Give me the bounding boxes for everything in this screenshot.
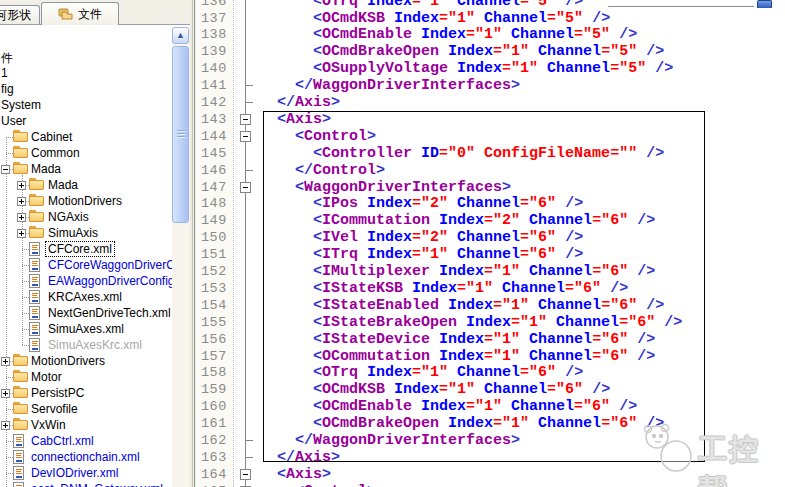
collapse-icon[interactable] — [1, 165, 10, 174]
code-line-155[interactable]: 155<IStateBrakeOpen Index="1" Channel="6… — [196, 314, 785, 331]
tree-item-ecat-dnm-gateway-xml[interactable]: ecat_DNM_Gateway.xml — [0, 481, 172, 487]
code-line-152[interactable]: 152<IMultiplexer Index="1" Channel="6" /… — [196, 263, 785, 280]
fold-line — [245, 212, 246, 229]
tree-item-krcaxes-xml[interactable]: KRCAxes.xml — [0, 289, 172, 305]
expand-icon[interactable] — [17, 213, 26, 222]
fold-collapse-button[interactable] — [240, 114, 251, 125]
fold-line — [245, 60, 246, 77]
tab-geometry[interactable]: 何形状 — [0, 5, 40, 25]
tree-connector-stub — [6, 377, 13, 378]
tree-item-cabinet[interactable]: Cabinet — [0, 129, 172, 145]
tree-item-label: DevIODriver.xml — [31, 466, 118, 480]
fold-collapse-button[interactable] — [240, 182, 251, 193]
code-line-149[interactable]: 149<ICommutation Index="2" Channel="6" /… — [196, 212, 785, 229]
tree-item-deviodriver-xml[interactable]: DevIODriver.xml — [0, 465, 172, 481]
code-line-144[interactable]: 144<Control> — [196, 128, 785, 145]
tree-item-connectionchain-xml[interactable]: connectionchain.xml — [0, 449, 172, 465]
code-line-164[interactable]: 164<Axis> — [196, 466, 785, 483]
code-line-162[interactable]: 162</WaggonDriverInterfaces> — [196, 432, 785, 449]
tree-item-motiondrivers[interactable]: MotionDrivers — [0, 193, 172, 209]
expand-icon[interactable] — [1, 357, 10, 366]
tree-item-eawaggondriverconfig-[interactable]: EAWaggonDriverConfig. — [0, 273, 172, 289]
code-line-161[interactable]: 161<OCmdBrakeOpen Index="1" Channel="6" … — [196, 415, 785, 432]
tree-item-ngaxis[interactable]: NGAxis — [0, 209, 172, 225]
tree-item-label: SimuAxis — [48, 226, 98, 240]
code-line-150[interactable]: 150<IVel Index="2" Channel="6" /> — [196, 229, 785, 246]
tree-item-label: Motor — [31, 370, 62, 384]
code-line-165[interactable]: 165<Control> — [196, 483, 785, 487]
tab-geometry-label: 何形状 — [0, 7, 31, 24]
code-line-157[interactable]: 157<OCommutation Index="1" Channel="6" /… — [196, 348, 785, 365]
tree-item-mada[interactable]: Mada — [0, 161, 172, 177]
tree-item-simuaxes-xml[interactable]: SimuAxes.xml — [0, 321, 172, 337]
scroll-up-button[interactable]: ▲ — [172, 27, 189, 44]
fold-collapse-button[interactable] — [240, 131, 251, 142]
window-icon-fragment — [757, 0, 772, 8]
tab-files[interactable]: 文件 — [41, 2, 119, 25]
expand-icon[interactable] — [1, 421, 10, 430]
fold-line — [245, 229, 246, 246]
expand-icon[interactable] — [1, 389, 10, 398]
code-line-154[interactable]: 154<IStateEnabled Index="1" Channel="6" … — [196, 297, 785, 314]
code-line-137[interactable]: 137<OCmdKSB Index="1" Channel="5" /> — [196, 10, 785, 27]
code-text: </WaggonDriverInterfaces> — [295, 432, 520, 449]
tree-item-persistpc[interactable]: PersistPC — [0, 385, 172, 401]
expand-icon[interactable] — [17, 197, 26, 206]
expand-icon[interactable] — [17, 229, 26, 238]
tree-item-vxwin[interactable]: VxWin — [0, 417, 172, 433]
file-tree[interactable]: 件1figSystemUserCabinetCommonMadaMadaMoti… — [0, 25, 172, 487]
tree-item-user[interactable]: User — [0, 113, 172, 129]
xml-editor[interactable]: 136<OTrq Index="1" Channel="5" />137<OCm… — [196, 0, 785, 487]
tree-item-fig[interactable]: fig — [0, 81, 172, 97]
tree-item-system[interactable]: System — [0, 97, 172, 113]
tree-item-motor[interactable]: Motor — [0, 369, 172, 385]
code-line-139[interactable]: 139<OCmdBrakeOpen Index="1" Channel="5" … — [196, 43, 785, 60]
code-line-156[interactable]: 156<IStateDevice Index="1" Channel="6" /… — [196, 331, 785, 348]
tree-item--[interactable]: 件 — [0, 49, 172, 65]
tree-item-common[interactable]: Common — [0, 145, 172, 161]
folder-icon — [13, 130, 29, 144]
line-number: 150 — [201, 230, 227, 245]
tree-connector-stub — [6, 473, 13, 474]
code-line-147[interactable]: 147<WaggonDriverInterfaces> — [196, 179, 785, 196]
code-line-140[interactable]: 140<OSupplyVoltage Index="1" Channel="5"… — [196, 60, 785, 77]
code-line-151[interactable]: 151<ITrq Index="1" Channel="6" /> — [196, 246, 785, 263]
tree-item-servofile[interactable]: Servofile — [0, 401, 172, 417]
fold-line — [245, 145, 246, 162]
code-line-142[interactable]: 142</Axis> — [196, 94, 785, 111]
code-line-146[interactable]: 146</Control> — [196, 162, 785, 179]
code-line-138[interactable]: 138<OCmdEnable Index="1" Channel="5" /> — [196, 26, 785, 43]
tree-item-cfcore-xml[interactable]: CFCore.xml — [0, 241, 172, 257]
tree-item-cfcorewaggondriverco[interactable]: CFCoreWaggonDriverCo — [0, 257, 172, 273]
tree-item-motiondrivers[interactable]: MotionDrivers — [0, 353, 172, 369]
code-text: <IStateEnabled Index="1" Channel="6" /> — [313, 297, 664, 314]
tree-scrollbar[interactable]: ▲ — [172, 27, 190, 487]
code-text: <IVel Index="2" Channel="6" /> — [313, 229, 583, 246]
code-line-148[interactable]: 148<IPos Index="2" Channel="6" /> — [196, 195, 785, 212]
tree-item-simuaxeskrc-xml[interactable]: SimuAxesKrc.xml — [0, 337, 172, 353]
line-number: 139 — [201, 44, 227, 59]
tree-item-nextgendrivetech-xml[interactable]: NextGenDriveTech.xml — [0, 305, 172, 321]
code-line-153[interactable]: 153<IStateKSB Index="1" Channel="6" /> — [196, 280, 785, 297]
tree-item-label: KRCAxes.xml — [48, 290, 122, 304]
tree-item-1[interactable]: 1 — [0, 65, 172, 81]
code-line-136[interactable]: 136<OTrq Index="1" Channel="5" /> — [196, 0, 785, 10]
code-line-145[interactable]: 145<Controller ID="0" ConfigFileName="" … — [196, 145, 785, 162]
fold-collapse-button[interactable] — [240, 469, 251, 480]
expand-icon[interactable] — [17, 181, 26, 190]
code-line-159[interactable]: 159<OCmdKSB Index="1" Channel="6" /> — [196, 381, 785, 398]
folder-icon — [29, 194, 45, 208]
tree-item-label: PersistPC — [31, 386, 84, 400]
code-text: <Control> — [295, 128, 376, 145]
code-line-160[interactable]: 160<OCmdEnable Index="1" Channel="6" /> — [196, 398, 785, 415]
tree-connector-stub — [22, 345, 29, 346]
line-number: 137 — [201, 11, 227, 26]
tree-item-mada[interactable]: Mada — [0, 177, 172, 193]
code-line-158[interactable]: 158<OTrq Index="1" Channel="6" /> — [196, 364, 785, 381]
code-line-163[interactable]: 163</Axis> — [196, 449, 785, 466]
scroll-thumb[interactable] — [172, 46, 189, 223]
code-line-143[interactable]: 143<Axis> — [196, 111, 785, 128]
tree-item-cabctrl-xml[interactable]: CabCtrl.xml — [0, 433, 172, 449]
code-line-141[interactable]: 141</WaggonDriverInterfaces> — [196, 77, 785, 94]
tree-item-simuaxis[interactable]: SimuAxis — [0, 225, 172, 241]
